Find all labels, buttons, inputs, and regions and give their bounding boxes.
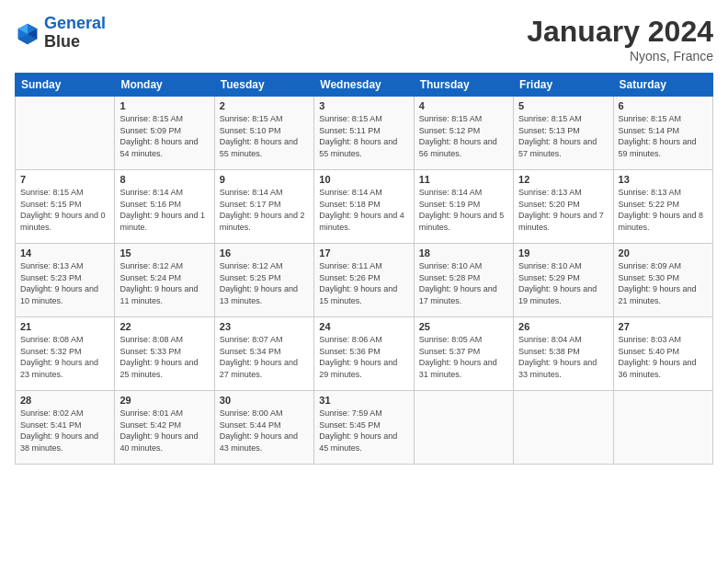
day-info: Sunrise: 8:13 AMSunset: 5:20 PMDaylight:… [518, 187, 608, 233]
col-monday: Monday [115, 74, 214, 97]
col-tuesday: Tuesday [214, 74, 313, 97]
daylight-text: Daylight: 8 hours and 57 minutes. [518, 136, 608, 159]
day-number: 1 [119, 100, 209, 111]
logo: General Blue [15, 15, 106, 52]
calendar-cell: 12Sunrise: 8:13 AMSunset: 5:20 PMDayligh… [514, 170, 613, 244]
calendar-cell: 19Sunrise: 8:10 AMSunset: 5:29 PMDayligh… [514, 244, 613, 317]
day-number: 3 [319, 100, 408, 111]
col-friday: Friday [514, 74, 613, 97]
day-info: Sunrise: 8:13 AMSunset: 5:23 PMDaylight:… [20, 260, 109, 306]
sunrise-text: Sunrise: 8:14 AM [220, 187, 309, 199]
day-number: 21 [20, 321, 109, 332]
calendar-cell: 16Sunrise: 8:12 AMSunset: 5:25 PMDayligh… [214, 244, 313, 317]
daylight-text: Daylight: 9 hours and 7 minutes. [518, 210, 608, 233]
sunrise-text: Sunrise: 8:11 AM [319, 260, 408, 272]
day-number: 25 [419, 321, 508, 332]
daylight-text: Daylight: 8 hours and 56 minutes. [419, 136, 508, 159]
day-number: 18 [419, 247, 508, 259]
sunrise-text: Sunrise: 7:59 AM [319, 408, 408, 419]
sunrise-text: Sunrise: 8:13 AM [619, 187, 708, 199]
day-info: Sunrise: 8:15 AMSunset: 5:11 PMDaylight:… [319, 113, 408, 159]
day-number: 11 [419, 174, 508, 185]
daylight-text: Daylight: 9 hours and 11 minutes. [119, 283, 209, 306]
day-number: 24 [319, 321, 408, 332]
calendar-cell [414, 391, 513, 465]
sunset-text: Sunset: 5:42 PM [119, 419, 209, 431]
sunrise-text: Sunrise: 8:15 AM [419, 113, 508, 125]
sunset-text: Sunset: 5:16 PM [119, 199, 209, 211]
daylight-text: Daylight: 9 hours and 5 minutes. [419, 210, 508, 233]
day-number: 6 [619, 100, 708, 111]
sunset-text: Sunset: 5:12 PM [419, 125, 508, 137]
day-info: Sunrise: 8:08 AMSunset: 5:32 PMDaylight:… [20, 334, 109, 380]
calendar-cell: 17Sunrise: 8:11 AMSunset: 5:26 PMDayligh… [314, 244, 414, 317]
daylight-text: Daylight: 9 hours and 13 minutes. [220, 283, 309, 306]
daylight-text: Daylight: 9 hours and 27 minutes. [220, 357, 309, 380]
day-info: Sunrise: 8:09 AMSunset: 5:30 PMDaylight:… [619, 260, 708, 306]
day-info: Sunrise: 8:01 AMSunset: 5:42 PMDaylight:… [119, 408, 209, 454]
sunrise-text: Sunrise: 8:10 AM [419, 260, 508, 272]
calendar-cell: 10Sunrise: 8:14 AMSunset: 5:18 PMDayligh… [314, 170, 414, 244]
sunset-text: Sunset: 5:40 PM [619, 346, 708, 358]
day-number: 16 [220, 247, 309, 259]
day-number: 5 [518, 100, 608, 111]
sunset-text: Sunset: 5:30 PM [619, 272, 708, 284]
sunrise-text: Sunrise: 8:06 AM [319, 334, 408, 346]
page-container: General Blue January 2024 Nyons, France … [0, 0, 728, 472]
sunrise-text: Sunrise: 8:13 AM [20, 260, 109, 272]
daylight-text: Daylight: 9 hours and 40 minutes. [119, 431, 209, 454]
sunrise-text: Sunrise: 8:14 AM [419, 187, 508, 199]
day-number: 19 [518, 247, 608, 259]
sunset-text: Sunset: 5:22 PM [619, 199, 708, 211]
day-info: Sunrise: 8:14 AMSunset: 5:19 PMDaylight:… [419, 187, 508, 233]
week-row-1: 1Sunrise: 8:15 AMSunset: 5:09 PMDaylight… [16, 97, 713, 170]
header: General Blue January 2024 Nyons, France [15, 15, 713, 63]
sunset-text: Sunset: 5:10 PM [220, 125, 309, 137]
sunset-text: Sunset: 5:25 PM [220, 272, 309, 284]
day-info: Sunrise: 8:15 AMSunset: 5:09 PMDaylight:… [119, 113, 209, 159]
daylight-text: Daylight: 9 hours and 45 minutes. [319, 431, 408, 454]
calendar-cell: 20Sunrise: 8:09 AMSunset: 5:30 PMDayligh… [613, 244, 712, 317]
day-info: Sunrise: 8:14 AMSunset: 5:18 PMDaylight:… [319, 187, 408, 233]
day-info: Sunrise: 8:03 AMSunset: 5:40 PMDaylight:… [619, 334, 708, 380]
sunrise-text: Sunrise: 8:15 AM [220, 113, 309, 125]
sunset-text: Sunset: 5:33 PM [119, 346, 209, 358]
calendar-cell: 15Sunrise: 8:12 AMSunset: 5:24 PMDayligh… [115, 244, 214, 317]
day-info: Sunrise: 8:07 AMSunset: 5:34 PMDaylight:… [220, 334, 309, 380]
day-info: Sunrise: 8:10 AMSunset: 5:28 PMDaylight:… [419, 260, 508, 306]
sunset-text: Sunset: 5:11 PM [319, 125, 408, 137]
day-info: Sunrise: 8:06 AMSunset: 5:36 PMDaylight:… [319, 334, 408, 380]
month-title: January 2024 [527, 15, 713, 49]
day-info: Sunrise: 8:15 AMSunset: 5:15 PMDaylight:… [20, 187, 109, 233]
week-row-4: 21Sunrise: 8:08 AMSunset: 5:32 PMDayligh… [16, 317, 713, 391]
calendar-cell: 31Sunrise: 7:59 AMSunset: 5:45 PMDayligh… [314, 391, 414, 465]
calendar-cell: 14Sunrise: 8:13 AMSunset: 5:23 PMDayligh… [16, 244, 115, 317]
sunrise-text: Sunrise: 8:00 AM [220, 408, 309, 419]
sunrise-text: Sunrise: 8:15 AM [119, 113, 209, 125]
day-number: 4 [419, 100, 508, 111]
daylight-text: Daylight: 8 hours and 55 minutes. [220, 136, 309, 159]
daylight-text: Daylight: 9 hours and 15 minutes. [319, 283, 408, 306]
col-sunday: Sunday [16, 74, 115, 97]
col-saturday: Saturday [613, 74, 712, 97]
day-number: 28 [20, 395, 109, 406]
day-number: 17 [319, 247, 408, 259]
daylight-text: Daylight: 9 hours and 21 minutes. [619, 283, 708, 306]
sunrise-text: Sunrise: 8:03 AM [619, 334, 708, 346]
sunset-text: Sunset: 5:20 PM [518, 199, 608, 211]
calendar-cell: 8Sunrise: 8:14 AMSunset: 5:16 PMDaylight… [115, 170, 214, 244]
logo-icon [15, 20, 40, 46]
calendar-cell: 26Sunrise: 8:04 AMSunset: 5:38 PMDayligh… [514, 317, 613, 391]
sunrise-text: Sunrise: 8:07 AM [220, 334, 309, 346]
calendar-cell: 7Sunrise: 8:15 AMSunset: 5:15 PMDaylight… [16, 170, 115, 244]
calendar-table: Sunday Monday Tuesday Wednesday Thursday… [15, 73, 713, 465]
day-info: Sunrise: 8:11 AMSunset: 5:26 PMDaylight:… [319, 260, 408, 306]
logo-line2: Blue [44, 33, 106, 52]
day-number: 13 [619, 174, 708, 185]
daylight-text: Daylight: 9 hours and 23 minutes. [20, 357, 109, 380]
sunrise-text: Sunrise: 8:15 AM [518, 113, 608, 125]
daylight-text: Daylight: 9 hours and 31 minutes. [419, 357, 508, 380]
calendar-cell: 29Sunrise: 8:01 AMSunset: 5:42 PMDayligh… [115, 391, 214, 465]
day-number: 15 [119, 247, 209, 259]
day-number: 29 [119, 395, 209, 406]
